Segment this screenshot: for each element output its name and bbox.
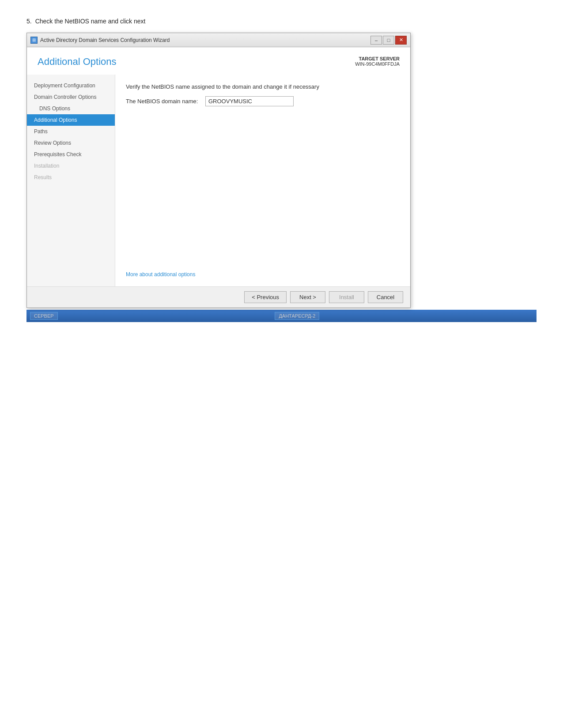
wizard-window: ⊞ Active Directory Domain Services Confi… [26,33,411,308]
title-bar-controls: – □ ✕ [370,36,407,45]
taskbar-item-server[interactable]: СЕРВЕР [30,312,58,320]
wizard-main-inner: Verify the NetBIOS name assigned to the … [126,83,400,278]
close-button[interactable]: ✕ [395,36,407,45]
next-button[interactable]: Next > [290,291,325,303]
wizard-title: Additional Options [38,56,117,68]
nav-item-prereq[interactable]: Prerequisites Check [27,149,115,160]
app-icon: ⊞ [30,37,38,44]
nav-item-additional[interactable]: Additional Options [27,114,115,126]
nav-item-dns[interactable]: DNS Options [27,103,115,114]
previous-button[interactable]: < Previous [244,291,287,303]
wizard-footer: < Previous Next > Install Cancel [27,286,410,308]
netbios-field-row: The NetBIOS domain name: [126,96,400,106]
netbios-field-label: The NetBIOS domain name: [126,98,201,105]
nav-item-dc-options[interactable]: Domain Controller Options [27,91,115,103]
target-server-name: WIN-99C4M0FFDJA [355,61,400,67]
target-server-info: TARGET SERVER WIN-99C4M0FFDJA [355,56,400,67]
nav-item-deployment[interactable]: Deployment Configuration [27,80,115,91]
nav-item-install: Installation [27,160,115,172]
nav-item-paths[interactable]: Paths [27,126,115,137]
wizard-header: Additional Options TARGET SERVER WIN-99C… [27,47,410,75]
wizard-body: Additional Options TARGET SERVER WIN-99C… [27,47,410,308]
maximize-button[interactable]: □ [383,36,394,45]
title-bar-left: ⊞ Active Directory Domain Services Confi… [30,37,170,44]
taskbar-item-dc[interactable]: ДАНТАРЕСРД-2 [275,312,319,320]
title-bar: ⊞ Active Directory Domain Services Confi… [27,33,410,47]
wizard-nav: Deployment Configuration Domain Controll… [27,75,115,286]
step-instruction: 5. Check the NetBIOS name and click next [26,18,537,25]
minimize-button[interactable]: – [370,36,382,45]
more-about-link[interactable]: More about additional options [126,268,400,278]
step-text: Check the NetBIOS name and click next [35,18,146,25]
cancel-button[interactable]: Cancel [368,291,403,303]
title-bar-text: Active Directory Domain Services Configu… [40,37,170,43]
nav-item-results: Results [27,172,115,183]
wizard-main: Verify the NetBIOS name assigned to the … [115,75,410,286]
step-number: 5. [26,18,32,25]
wizard-content: Deployment Configuration Domain Controll… [27,75,410,286]
spacer [126,113,400,268]
netbios-field-input[interactable] [205,96,294,106]
verify-text: Verify the NetBIOS name assigned to the … [126,83,400,90]
target-server-label: TARGET SERVER [355,56,400,61]
taskbar: СЕРВЕР ДАНТАРЕСРД-2 [26,310,537,322]
nav-item-review[interactable]: Review Options [27,137,115,149]
install-button[interactable]: Install [329,291,364,303]
